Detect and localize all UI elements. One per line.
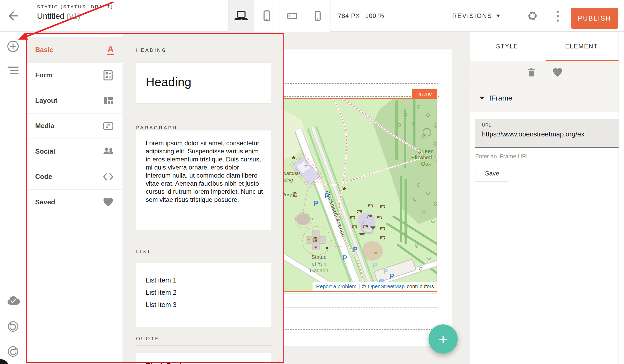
redo-icon	[6, 345, 20, 358]
list-card-item: List item 1	[136, 274, 271, 286]
properties-panel: STYLE ELEMENT IFrame URL	[470, 32, 624, 364]
add-block-fab[interactable]: +	[429, 324, 458, 354]
undo-button[interactable]	[6, 320, 20, 333]
tab-style[interactable]: STYLE	[470, 32, 545, 61]
url-input-field[interactable]: URL https://www.openstreetmap.org/ex	[475, 119, 619, 148]
quote-card-text: Block Quote	[136, 353, 271, 364]
map-parking-p: P	[314, 199, 319, 207]
favorite-element-button[interactable]	[552, 67, 563, 78]
text-cursor	[585, 130, 585, 137]
map-label-elizabeth: Elizabeth	[411, 154, 434, 160]
heart-icon	[102, 196, 114, 208]
section-label-paragraph: PARAGRAPH	[136, 125, 177, 131]
report-problem-link[interactable]: Report a problem	[316, 284, 357, 290]
device-phone-button[interactable]	[305, 0, 331, 32]
page-builder-screen: STATIC (STATUS: DRAFT) Untitled(v1)	[0, 0, 624, 364]
empty-drop-placeholder[interactable]	[282, 66, 438, 84]
sidebar-item-basic[interactable]: Basic A	[27, 37, 123, 63]
form-ballot-icon	[102, 69, 114, 81]
toolbar: STATIC (STATUS: DRAFT) Untitled(v1)	[0, 0, 624, 32]
phone-landscape-icon	[285, 10, 299, 22]
map-label-oak: Oak	[421, 161, 431, 167]
phone-portrait-icon	[311, 10, 325, 22]
map-parking-p: P	[342, 254, 347, 262]
device-tablet-button[interactable]	[254, 0, 279, 32]
section-divider	[136, 258, 272, 258]
left-rail	[0, 32, 26, 364]
panel-scrollbar-gutter[interactable]	[619, 32, 624, 364]
page-preview: iframe	[283, 49, 453, 346]
attribution-divider: |	[358, 284, 360, 290]
sidebar-item-form[interactable]: Form	[27, 63, 123, 88]
map-parking-p: P	[325, 192, 329, 200]
map-parking-p: P	[389, 272, 394, 280]
map-label-equatorial: uatorial	[284, 171, 300, 176]
saved-status-indicator	[6, 295, 20, 309]
iframe-section-title: IFrame	[489, 94, 512, 102]
redo-button[interactable]	[6, 345, 20, 358]
undo-icon	[6, 320, 20, 333]
paragraph-element-card[interactable]: Lorem ipsum dolor sit amet, consectetur …	[136, 130, 271, 230]
iframe-section-header[interactable]: IFrame	[470, 84, 619, 112]
device-desktop-button[interactable]	[228, 0, 254, 32]
url-field-value: https://www.openstreetmap.org/ex	[482, 130, 584, 138]
openstreetmap-link[interactable]: OpenStreetMap	[368, 284, 405, 290]
layout-grid-icon	[102, 95, 114, 106]
section-label-quote: QUOTE	[136, 336, 160, 342]
back-button[interactable]	[7, 9, 20, 22]
save-button[interactable]: Save	[475, 165, 509, 182]
heading-element-card[interactable]: Heading	[136, 62, 271, 104]
heart-icon	[552, 67, 563, 78]
device-landscape-button[interactable]	[279, 0, 305, 32]
sidebar-item-social[interactable]: Social	[27, 139, 123, 164]
add-element-button[interactable]	[6, 40, 20, 53]
url-field-label: URL	[482, 123, 491, 128]
revisions-dropdown[interactable]: REVISIONS	[452, 0, 500, 32]
toolbar-divider	[517, 6, 517, 26]
document-status: STATIC (STATUS: DRAFT)	[37, 4, 113, 10]
map-label-observatory: tory	[284, 192, 292, 197]
trash-icon	[526, 67, 537, 78]
sidebar-item-label: Social	[35, 147, 55, 155]
device-preview-switcher	[228, 0, 331, 32]
sidebar-item-media[interactable]: Media	[27, 114, 123, 139]
sidebar-item-label: Form	[35, 71, 52, 79]
section-label-list: LIST	[136, 249, 151, 254]
openstreetmap-preview: Queen Elizabeth Oak Blackheath Avenue St…	[283, 99, 437, 291]
map-asterisk-symbol: *	[292, 154, 296, 164]
settings-button[interactable]	[525, 9, 540, 23]
gear-icon	[525, 9, 540, 23]
map-label-queen: Queen	[417, 148, 434, 154]
layers-list-button[interactable]	[6, 65, 20, 79]
delete-element-button[interactable]	[526, 67, 537, 78]
list-lines-icon	[6, 65, 20, 76]
map-asterisk-symbol: *	[342, 185, 346, 195]
page-version: (v1)	[66, 11, 80, 21]
section-divider	[136, 57, 272, 57]
iframe-element-selected[interactable]: iframe	[282, 98, 437, 292]
map-parking-p: P	[373, 261, 377, 269]
sidebar-item-label: Basic	[35, 46, 53, 54]
element-category-sidebar: Basic A Form Layout Media	[27, 33, 123, 363]
map-attribution: Report a problem | © OpenStreetMap contr…	[313, 282, 437, 291]
panel-divider	[470, 206, 619, 206]
sidebar-item-layout[interactable]: Layout	[27, 88, 123, 114]
list-element-card[interactable]: List item 1 List item 2 List item 3	[136, 263, 271, 327]
list-card-item: List item 3	[136, 299, 271, 311]
tab-element[interactable]: ELEMENT	[545, 32, 619, 61]
sidebar-item-label: Layout	[35, 97, 57, 105]
quote-element-card[interactable]: Block Quote	[136, 352, 271, 364]
social-people-icon	[102, 145, 114, 157]
media-note-icon	[102, 120, 114, 132]
empty-drop-placeholder[interactable]	[282, 307, 438, 330]
document-info: STATIC (STATUS: DRAFT) Untitled(v1)	[37, 4, 113, 21]
cloud-check-icon	[6, 295, 20, 306]
sidebar-item-code[interactable]: Code	[27, 164, 123, 190]
page-title: Untitled	[37, 11, 64, 21]
publish-button[interactable]: PUBLISH	[571, 8, 618, 29]
canvas-area: iframe	[283, 32, 470, 364]
toolbar-divider	[29, 0, 29, 32]
map-parking-p: P	[353, 246, 358, 254]
sidebar-item-saved[interactable]: Saved	[27, 190, 123, 215]
more-options-button[interactable]	[554, 10, 561, 22]
